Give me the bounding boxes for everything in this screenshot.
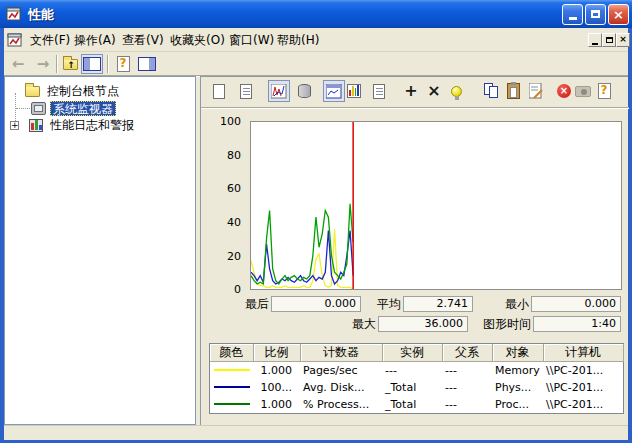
child-restore-button[interactable] xyxy=(602,33,616,47)
child-close-button[interactable]: × xyxy=(616,33,630,47)
stat-graphtime-value: 1:40 xyxy=(533,316,621,332)
performance-logs-icon xyxy=(29,119,43,132)
view-log-data-button[interactable] xyxy=(293,80,315,102)
console-tree-panel: 控制台根节点 系统监视器 + 性能日志和警报 xyxy=(4,76,196,425)
delete-x-icon: × xyxy=(427,83,440,99)
back-arrow-icon: ← xyxy=(12,57,25,72)
chart-lines xyxy=(251,122,621,289)
series-color-swatch xyxy=(214,403,250,405)
app-icon[interactable] xyxy=(6,6,22,22)
tree-connector xyxy=(16,108,30,109)
menu-action[interactable]: 操作(A) xyxy=(68,32,122,49)
paste-icon xyxy=(507,83,520,99)
stat-last-label: 最后 xyxy=(239,296,269,312)
y-tick: 100 xyxy=(220,115,241,128)
clear-page-icon xyxy=(240,84,252,99)
copy-icon xyxy=(484,83,499,99)
back-button[interactable]: ← xyxy=(7,54,29,74)
copy-properties-button[interactable] xyxy=(480,80,502,102)
sysmon-help-button[interactable]: ? xyxy=(593,80,615,102)
counter-row-pages-sec[interactable]: 1.000 Pages/sec --- --- Memory \\PC-201.… xyxy=(210,362,623,379)
performance-chart xyxy=(250,121,622,290)
col-scale: 比例 xyxy=(253,344,300,362)
menu-bar: 文件(F) 操作(A) 查看(V) 收藏夹(O) 窗口(W) 帮助(H) × xyxy=(4,28,628,52)
paste-counter-list-button[interactable] xyxy=(502,80,524,102)
stat-min-label: 最小 xyxy=(499,296,529,312)
maximize-button[interactable] xyxy=(585,4,606,25)
new-page-icon xyxy=(213,84,225,99)
add-counter-button[interactable]: + xyxy=(400,80,422,102)
forward-button[interactable]: → xyxy=(32,54,54,74)
plus-icon: + xyxy=(404,83,417,99)
y-tick: 60 xyxy=(227,182,241,195)
database-icon xyxy=(298,84,311,98)
update-data-button[interactable] xyxy=(572,80,594,102)
graph-view-icon xyxy=(326,84,342,99)
navigation-toolbar: ← → ↑ ? xyxy=(4,53,628,76)
counter-legend: 颜色 比例 计数器 实例 父系 对象 计算机 1.000 xyxy=(209,343,624,414)
delete-counter-button[interactable]: × xyxy=(423,80,445,102)
show-console-tree-button[interactable] xyxy=(81,54,103,74)
stat-avg-label: 平均 xyxy=(371,296,401,312)
menu-help[interactable]: 帮助(H) xyxy=(271,32,325,49)
toolbar-separator xyxy=(56,55,58,73)
status-strip xyxy=(4,425,628,440)
view-report-button[interactable] xyxy=(368,80,390,102)
report-icon xyxy=(373,84,385,99)
up-one-level-button[interactable]: ↑ xyxy=(59,54,81,74)
view-current-activity-button[interactable] xyxy=(268,80,290,102)
minimize-button[interactable] xyxy=(562,4,583,25)
action-pane-icon xyxy=(138,57,156,71)
performance-window: 性能 × 文件(F) 操作(A) 查看(V) 收藏夹(O) 窗口(W) 帮助(H… xyxy=(0,0,632,443)
tree-item-system-monitor[interactable]: 系统监视器 xyxy=(31,100,116,117)
show-action-pane-button[interactable] xyxy=(136,54,158,74)
properties-button[interactable] xyxy=(525,80,547,102)
clear-display-button[interactable] xyxy=(235,80,257,102)
tree-item-performance-logs[interactable]: 性能日志和警报 xyxy=(29,117,136,134)
col-parent: 父系 xyxy=(442,344,492,362)
counter-row-avg-disk-queue[interactable]: 100... Avg. Disk... _Total --- Phys... \… xyxy=(210,379,623,396)
system-monitor-icon xyxy=(31,102,46,115)
toolbar-separator xyxy=(107,55,109,73)
console-icon[interactable] xyxy=(7,32,23,48)
expand-plus-box[interactable]: + xyxy=(10,121,19,130)
title-bar: 性能 × xyxy=(0,0,632,28)
folder-icon xyxy=(25,86,40,97)
toolbar-divider xyxy=(201,107,629,109)
close-button[interactable]: × xyxy=(608,4,629,25)
tree-item-console-root[interactable]: 控制台根节点 xyxy=(25,83,121,100)
window-title: 性能 xyxy=(28,6,54,24)
col-instance: 实例 xyxy=(382,344,442,362)
series-color-swatch xyxy=(214,369,250,371)
new-counter-set-button[interactable] xyxy=(208,80,230,102)
camera-icon xyxy=(575,86,591,97)
col-counter: 计数器 xyxy=(300,344,382,362)
col-object: 对象 xyxy=(492,344,543,362)
col-color: 颜色 xyxy=(210,344,253,362)
help-topics-button[interactable]: ? xyxy=(112,54,134,74)
console-tree-icon xyxy=(83,57,101,71)
properties-icon xyxy=(529,83,544,99)
lightbulb-icon xyxy=(451,86,462,97)
histogram-icon xyxy=(347,84,361,98)
col-computer: 计算机 xyxy=(543,344,623,362)
menu-view[interactable]: 查看(V) xyxy=(116,32,170,49)
freeze-icon: × xyxy=(557,84,571,98)
system-monitor-panel: + × × ? 100 80 60 40 20 0 xyxy=(200,76,628,425)
highlight-button[interactable] xyxy=(445,80,467,102)
y-tick: 20 xyxy=(227,250,241,263)
view-graph-button[interactable] xyxy=(323,80,345,102)
counter-row-processor-time[interactable]: 1.000 % Process... _Total --- Proc... \\… xyxy=(210,396,623,413)
stat-max-value: 36.000 xyxy=(378,316,468,332)
stat-max-label: 最大 xyxy=(346,316,376,332)
menu-favorites[interactable]: 收藏夹(O) xyxy=(164,32,231,49)
stat-avg-value: 2.741 xyxy=(403,296,473,312)
y-tick: 40 xyxy=(227,216,241,229)
view-histogram-button[interactable] xyxy=(343,80,365,102)
forward-arrow-icon: → xyxy=(37,57,50,72)
y-tick: 0 xyxy=(234,283,241,296)
child-minimize-button[interactable] xyxy=(588,33,602,47)
current-activity-icon xyxy=(271,84,287,99)
stat-min-value: 0.000 xyxy=(531,296,621,312)
y-axis: 100 80 60 40 20 0 xyxy=(201,121,245,290)
